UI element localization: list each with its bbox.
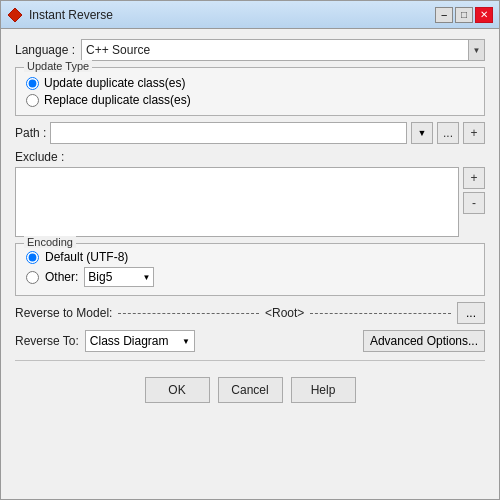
reverse-model-row: Reverse to Model: <Root> ...: [15, 302, 485, 324]
path-ellipsis-btn[interactable]: ...: [437, 122, 459, 144]
dialog-content: Language : C++ Source ▼ Update Type Upda…: [1, 29, 499, 499]
language-combo[interactable]: C++ Source ▼: [81, 39, 485, 61]
exclude-remove-btn[interactable]: -: [463, 192, 485, 214]
encoding-option-2-label: Other:: [45, 270, 78, 284]
update-option-2-label: Replace duplicate class(es): [44, 93, 191, 107]
encoding-radio-2[interactable]: [26, 271, 39, 284]
title-bar-left: Instant Reverse: [7, 7, 113, 23]
encoding-other-combo[interactable]: Big5 ▼: [84, 267, 154, 287]
window-title: Instant Reverse: [29, 8, 113, 22]
path-row: Path : ▼ ... +: [15, 122, 485, 144]
update-type-label: Update Type: [24, 60, 92, 72]
cancel-button[interactable]: Cancel: [218, 377, 283, 403]
title-bar-controls: ‒ □ ✕: [435, 7, 493, 23]
separator: [15, 360, 485, 361]
exclude-section: Exclude : + -: [15, 150, 485, 237]
path-dropdown-btn[interactable]: ▼: [411, 122, 433, 144]
encoding-row-2: Other: Big5 ▼: [26, 267, 474, 287]
help-button[interactable]: Help: [291, 377, 356, 403]
minimize-button[interactable]: ‒: [435, 7, 453, 23]
ok-button[interactable]: OK: [145, 377, 210, 403]
reverse-model-dashed: [118, 313, 259, 314]
reverse-to-adv-row: Reverse To: Class Diagram ▼ Advanced Opt…: [15, 330, 485, 352]
reverse-model-label: Reverse to Model:: [15, 306, 112, 320]
app-icon: [7, 7, 23, 23]
encoding-other-value: Big5: [88, 270, 112, 284]
encoding-row-1: Default (UTF-8): [26, 250, 474, 264]
exclude-label: Exclude :: [15, 150, 485, 164]
encoding-option-1-label: Default (UTF-8): [45, 250, 128, 264]
exclude-textarea[interactable]: [15, 167, 459, 237]
encoding-other-arrow: ▼: [142, 273, 150, 282]
maximize-button[interactable]: □: [455, 7, 473, 23]
encoding-group: Encoding Default (UTF-8) Other: Big5 ▼: [15, 243, 485, 296]
path-label: Path :: [15, 126, 46, 140]
language-label: Language :: [15, 43, 75, 57]
exclude-buttons: + -: [463, 167, 485, 237]
language-row: Language : C++ Source ▼: [15, 39, 485, 61]
instant-reverse-dialog: Instant Reverse ‒ □ ✕ Language : C++ Sou…: [0, 0, 500, 500]
update-radio-2[interactable]: [26, 94, 39, 107]
exclude-area: + -: [15, 167, 485, 237]
reverse-to-value: Class Diagram: [90, 334, 169, 348]
path-input[interactable]: [50, 122, 407, 144]
bottom-buttons: OK Cancel Help: [15, 369, 485, 409]
encoding-radio-1[interactable]: [26, 251, 39, 264]
advanced-options-btn[interactable]: Advanced Options...: [363, 330, 485, 352]
reverse-to-row: Reverse To: Class Diagram ▼: [15, 330, 195, 352]
reverse-model-value: <Root>: [265, 306, 304, 320]
title-bar: Instant Reverse ‒ □ ✕: [1, 1, 499, 29]
reverse-to-label: Reverse To:: [15, 334, 79, 348]
update-type-group: Update Type Update duplicate class(es) R…: [15, 67, 485, 116]
update-radio-row-1: Update duplicate class(es): [26, 76, 474, 90]
encoding-label: Encoding: [24, 236, 76, 248]
exclude-add-btn[interactable]: +: [463, 167, 485, 189]
close-button[interactable]: ✕: [475, 7, 493, 23]
update-radio-1[interactable]: [26, 77, 39, 90]
language-combo-arrow: ▼: [468, 40, 484, 60]
svg-marker-0: [8, 8, 22, 22]
update-option-1-label: Update duplicate class(es): [44, 76, 185, 90]
path-add-btn[interactable]: +: [463, 122, 485, 144]
reverse-to-arrow: ▼: [182, 337, 190, 346]
update-radio-row-2: Replace duplicate class(es): [26, 93, 474, 107]
reverse-to-combo[interactable]: Class Diagram ▼: [85, 330, 195, 352]
reverse-model-ellipsis-btn[interactable]: ...: [457, 302, 485, 324]
reverse-model-dashed-2: [310, 313, 451, 314]
language-value: C++ Source: [86, 43, 150, 57]
